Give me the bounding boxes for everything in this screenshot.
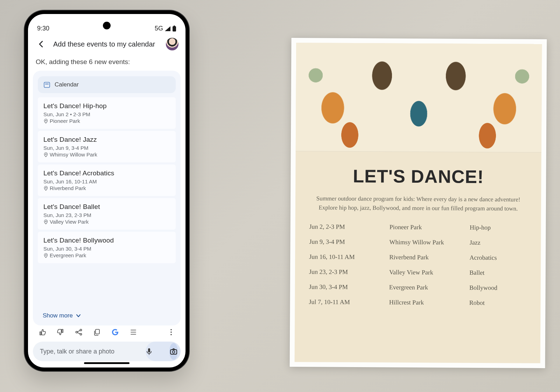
poster-cell-date: Jun 16, 10-11 AM xyxy=(309,253,389,261)
poster-description: Summer outdoor dance program for kids: W… xyxy=(309,194,527,213)
svg-point-5 xyxy=(76,331,78,333)
camera-button[interactable] xyxy=(169,343,178,360)
status-network: 5G xyxy=(155,25,163,32)
event-title: Let's Dance! Ballet xyxy=(43,203,170,211)
back-button[interactable] xyxy=(35,38,48,50)
event-location: Whimsy Willow Park xyxy=(43,152,170,158)
camera-icon xyxy=(169,347,178,356)
chevron-left-icon xyxy=(37,40,45,48)
input-placeholder: Type, talk or share a photo xyxy=(40,348,114,355)
action-row xyxy=(28,326,186,337)
show-more-label: Show more xyxy=(43,312,73,319)
event-datetime: Sun, Jun 23, 2-3 PM xyxy=(43,212,170,218)
event-title: Let's Dance! Bollywood xyxy=(43,237,170,244)
event-location-text: Evergreen Park xyxy=(50,252,86,258)
event-item[interactable]: Let's Dance! Hip-hopSun, Jun 2 • 2-3 PMP… xyxy=(38,97,176,129)
home-indicator[interactable] xyxy=(84,362,130,364)
confirmation-text: OK, adding these 6 new events: xyxy=(28,52,186,71)
svg-point-13 xyxy=(173,351,175,353)
signal-icon xyxy=(164,26,171,31)
voice-camera-cluster xyxy=(146,342,181,361)
event-item[interactable]: Let's Dance! BalletSun, Jun 23, 2-3 PMVa… xyxy=(38,198,176,230)
thumbs-up-button[interactable] xyxy=(38,328,47,337)
poster-cell-place: Whimsy Willow Park xyxy=(390,239,470,246)
phone-frame: 9:30 5G Add these events to my calendar … xyxy=(24,10,189,371)
poster-cell-place: Pioneer Park xyxy=(390,224,470,231)
poster-cell-style: Jazz xyxy=(470,239,527,247)
pin-icon xyxy=(43,152,48,157)
poster-cell-date: Jun 2, 2-3 PM xyxy=(309,223,390,231)
event-title: Let's Dance! Jazz xyxy=(43,136,170,144)
thumbs-down-icon xyxy=(57,328,64,336)
header-row: Add these events to my calendar xyxy=(28,34,186,52)
poster-cell-style: Bollywood xyxy=(469,284,527,292)
copy-button[interactable] xyxy=(92,328,102,337)
battery-icon xyxy=(172,26,176,32)
mic-button[interactable] xyxy=(145,342,153,361)
event-location: Riverbend Park xyxy=(43,185,170,191)
poster-cell-place: Riverbend Park xyxy=(389,254,469,261)
pin-icon xyxy=(43,253,48,258)
poster-cell-style: Robot xyxy=(469,299,527,307)
event-location-text: Riverbend Park xyxy=(50,185,86,191)
more-button[interactable] xyxy=(167,328,176,337)
poster-schedule: Jun 2, 2-3 PMPioneer ParkHip-hopJun 9, 3… xyxy=(309,223,527,307)
event-location-text: Whimsy Willow Park xyxy=(50,152,97,158)
event-location: Pioneer Park xyxy=(43,118,170,124)
svg-rect-7 xyxy=(96,329,99,334)
poster-title: LET'S DANCE! xyxy=(309,165,527,187)
svg-point-10 xyxy=(170,334,172,335)
show-more-button[interactable]: Show more xyxy=(33,307,181,326)
text-input[interactable]: Type, talk or share a photo xyxy=(33,342,164,361)
poster-cell-style: Hip-hop xyxy=(470,224,527,232)
event-item[interactable]: Let's Dance! BollywoodSun, Jun 30, 3-4 P… xyxy=(38,232,176,263)
pin-icon xyxy=(43,186,48,191)
svg-rect-12 xyxy=(170,350,177,354)
svg-point-9 xyxy=(170,331,172,333)
pin-icon xyxy=(43,219,48,224)
status-time: 9:30 xyxy=(37,25,49,32)
svg-point-4 xyxy=(80,329,82,331)
event-location-text: Pioneer Park xyxy=(50,118,80,124)
poster-cell-style: Acrobatics xyxy=(469,254,527,262)
poster-cell-date: Jun 23, 2-3 PM xyxy=(309,268,389,276)
poster-cell-date: Jun 9, 3-4 PM xyxy=(309,238,389,246)
more-vert-icon xyxy=(167,328,175,336)
event-datetime: Sun, Jun 30, 3-4 PM xyxy=(43,246,170,252)
poster: LET'S DANCE! Summer outdoor dance progra… xyxy=(290,38,547,368)
event-title: Let's Dance! Hip-hop xyxy=(43,102,170,110)
svg-rect-11 xyxy=(148,348,150,352)
event-location: Valley View Park xyxy=(43,219,170,225)
calendar-chip[interactable]: Calendar xyxy=(38,76,176,93)
poster-cell-date: Jul 7, 10-11 AM xyxy=(309,298,389,306)
event-datetime: Sun, Jun 16, 10-11 AM xyxy=(43,178,170,184)
share-button[interactable] xyxy=(74,328,83,337)
events-card: Calendar Let's Dance! Hip-hopSun, Jun 2 … xyxy=(33,71,181,326)
svg-rect-0 xyxy=(173,26,176,31)
avatar[interactable] xyxy=(166,38,178,50)
event-title: Let's Dance! Acrobatics xyxy=(43,169,170,177)
event-datetime: Sun, Jun 9, 3-4 PM xyxy=(43,145,170,151)
query-text: Add these events to my calendar xyxy=(53,40,160,48)
text-format-button[interactable] xyxy=(129,328,138,337)
event-location: Evergreen Park xyxy=(43,252,170,258)
svg-point-8 xyxy=(170,329,172,330)
poster-cell-place: Valley View Park xyxy=(389,269,469,276)
google-button[interactable] xyxy=(111,328,120,337)
mic-icon xyxy=(145,347,153,356)
google-icon xyxy=(111,328,119,336)
event-item[interactable]: Let's Dance! JazzSun, Jun 9, 3-4 PMWhims… xyxy=(38,131,176,162)
share-icon xyxy=(75,328,83,336)
event-location-text: Valley View Park xyxy=(50,219,89,225)
poster-cell-place: Evergreen Park xyxy=(389,284,469,292)
poster-cell-style: Ballet xyxy=(469,269,527,277)
calendar-chip-label: Calendar xyxy=(55,81,79,88)
event-item[interactable]: Let's Dance! AcrobaticsSun, Jun 16, 10-1… xyxy=(38,164,176,196)
event-datetime: Sun, Jun 2 • 2-3 PM xyxy=(43,111,170,117)
copy-icon xyxy=(93,328,101,336)
poster-illustration xyxy=(296,43,542,153)
thumbs-down-button[interactable] xyxy=(56,328,65,337)
thumbs-up-icon xyxy=(38,328,46,336)
calendar-icon xyxy=(43,81,50,88)
svg-rect-2 xyxy=(44,82,50,88)
